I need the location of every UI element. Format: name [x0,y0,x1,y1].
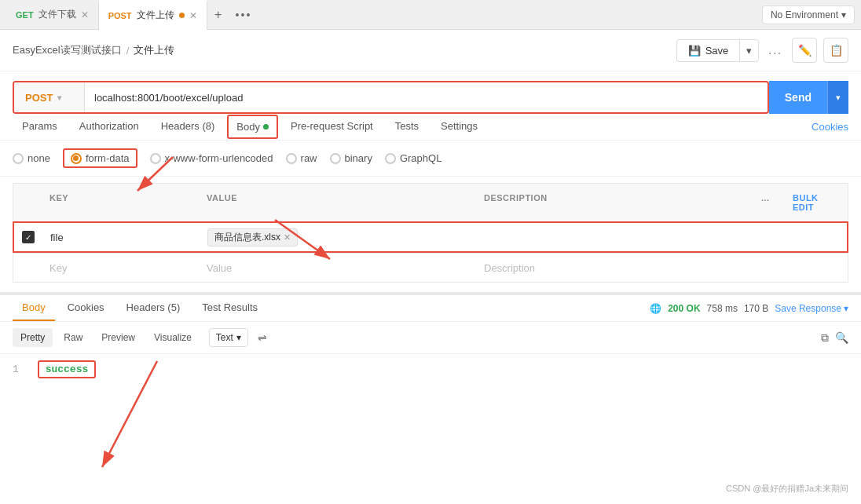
line-number: 1 [13,363,19,375]
docs-icon-button[interactable]: 📋 [823,38,848,63]
text-type-label: Text [216,332,233,343]
method-selector[interactable]: POST ▾ [14,82,85,112]
row-key[interactable]: file [42,228,200,247]
text-type-dropdown[interactable]: Text ▾ [209,328,248,347]
table-header: KEY VALUE DESCRIPTION ... Bulk Edit [13,183,848,221]
tab-tests[interactable]: Tests [386,114,428,140]
tab-settings-label: Settings [441,120,478,132]
tabs-more-button[interactable]: ••• [229,9,258,21]
cookies-link[interactable]: Cookies [812,121,848,133]
tab-get[interactable]: GET 文件下载 ✕ [6,0,98,30]
new-tab-button[interactable]: + [207,4,229,26]
tab-body[interactable]: Body [227,115,278,139]
radio-none-circle [13,153,24,164]
resp-tab-headers[interactable]: Headers (5) [117,295,190,321]
save-dropdown-button[interactable]: ▾ [739,39,759,62]
row-value[interactable]: 商品信息表.xlsx ✕ [200,225,476,250]
save-response-label: Save Response [775,303,841,314]
radio-urlencoded-circle [150,153,161,164]
tab-tests-label: Tests [395,120,419,132]
radio-graphql-label: GraphQL [400,152,441,164]
tab-bar-actions: No Environment ▾ [762,5,855,24]
empty-key[interactable]: Key [42,259,199,277]
breadcrumb: EasyExcel读写测试接口 / 文件上传 [13,43,676,57]
tab-authorization[interactable]: Authorization [70,114,148,140]
tab-headers[interactable]: Headers (8) [152,114,225,140]
resp-tab-cookies-label: Cookies [68,301,104,313]
tab-settings[interactable]: Settings [431,114,487,140]
resp-tab-cookies[interactable]: Cookies [58,295,114,321]
breadcrumb-parent[interactable]: EasyExcel读写测试接口 [13,43,122,57]
resp-tab-testresults[interactable]: Test Results [192,295,267,321]
response-success-value: success [38,360,97,378]
body-type-formdata[interactable]: form-data [63,148,137,168]
radio-formdata-label: form-data [86,152,130,164]
breadcrumb-separator: / [126,45,130,57]
send-dropdown-button[interactable]: ▾ [827,81,848,114]
url-input[interactable] [85,92,768,104]
resp-format-raw[interactable]: Raw [56,328,90,347]
response-section: Body Cookies Headers (5) Test Results 🌐 … [0,292,861,401]
save-button[interactable]: 💾 Save [676,39,740,62]
method-chevron-icon: ▾ [57,93,61,102]
header-more-button[interactable]: ... [765,44,786,57]
th-value: VALUE [199,190,476,215]
radio-none-label: none [27,152,50,164]
resp-tab-testresults-label: Test Results [202,301,258,313]
body-type-urlencoded[interactable]: x-www-form-urlencoded [150,152,273,164]
body-active-dot [263,124,269,130]
radio-formdata-circle [71,153,82,164]
save-response-button[interactable]: Save Response ▾ [775,303,848,314]
empty-actions [785,265,848,271]
env-label: No Environment [771,9,838,20]
tab-get-close[interactable]: ✕ [81,9,89,20]
tab-prerequest[interactable]: Pre-request Script [281,114,383,140]
cookies-link-container: Cookies [812,121,848,133]
resp-format-preview[interactable]: Preview [93,328,143,347]
response-body: 1 success [0,354,861,401]
th-bulk-edit[interactable]: Bulk Edit [785,190,848,215]
body-type-none[interactable]: none [13,152,50,164]
resp-format-pretty-label: Pretty [20,332,45,343]
status-ok-label: 200 OK [668,303,700,314]
environment-selector[interactable]: No Environment ▾ [762,5,855,24]
edit-icon-button[interactable]: ✏️ [792,38,817,63]
body-type-graphql[interactable]: GraphQL [385,152,441,164]
tab-post-title: 文件上传 [137,9,174,22]
send-button[interactable]: Send [769,81,827,114]
th-key: KEY [42,190,199,215]
body-type-raw[interactable]: raw [286,152,317,164]
response-icons: ⧉ 🔍 [821,331,848,345]
resp-format-pretty[interactable]: Pretty [13,328,53,347]
file-remove-button[interactable]: ✕ [284,232,291,243]
method-label: POST [25,92,53,104]
row-checkbox[interactable] [14,228,42,247]
text-type-chevron: ▾ [236,332,241,343]
body-type-row: none form-data x-www-form-urlencoded raw… [0,141,861,177]
empty-description[interactable]: Description [476,259,753,277]
checkbox-checked-icon [22,231,35,243]
resp-tab-body-label: Body [22,301,46,313]
tab-prerequest-label: Pre-request Script [291,120,373,132]
resp-tab-body[interactable]: Body [13,295,55,321]
response-nav: Body Cookies Headers (5) Test Results 🌐 … [0,295,861,322]
tab-params[interactable]: Params [13,114,67,140]
url-bar-container: POST ▾ Send ▾ [13,81,848,114]
table-row: file 商品信息表.xlsx ✕ [13,221,848,253]
search-icon-button[interactable]: 🔍 [835,331,848,345]
table-empty-row: Key Value Description [13,253,848,283]
resp-format-visualize[interactable]: Visualize [146,328,200,347]
send-button-group: Send ▾ [769,81,848,114]
tab-post[interactable]: POST 文件上传 ✕ [98,0,207,30]
tab-body-label: Body [236,121,260,133]
body-type-binary[interactable]: binary [330,152,372,164]
empty-checkbox [13,265,42,271]
empty-value[interactable]: Value [199,259,476,277]
copy-icon-button[interactable]: ⧉ [821,331,829,345]
tab-post-close[interactable]: ✕ [189,10,197,21]
row-description[interactable] [476,234,753,240]
resp-tab-headers-label: Headers (5) [126,301,181,313]
tab-get-title: 文件下载 [38,8,76,21]
row-more[interactable] [753,234,784,240]
wrap-button[interactable]: ⇌ [258,331,267,344]
